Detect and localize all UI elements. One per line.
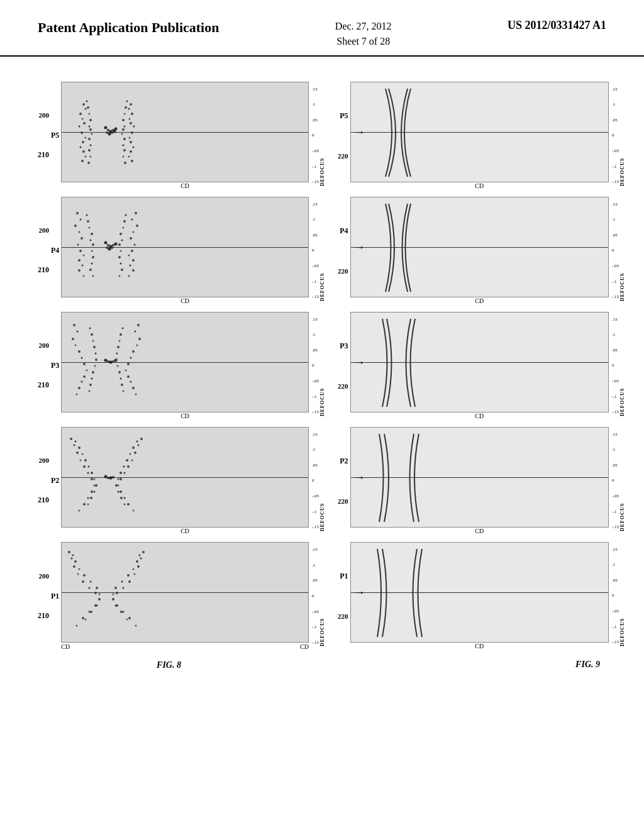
- svg-point-152: [135, 394, 137, 396]
- svg-point-229: [83, 574, 86, 577]
- panel-p1-fig8: 200 210 P1: [38, 542, 325, 650]
- svg-point-232: [99, 594, 101, 595]
- svg-point-252: [127, 574, 130, 577]
- fig8-column: 200 210 P5: [38, 82, 325, 811]
- svg-point-215: [71, 558, 73, 560]
- svg-point-230: [90, 581, 92, 583]
- svg-point-6: [80, 131, 83, 134]
- defocus-label-right-p5: DEFOCUS: [619, 86, 625, 186]
- svg-point-57: [123, 156, 125, 158]
- svg-point-101: [128, 275, 130, 277]
- svg-point-25: [104, 126, 108, 130]
- svg-point-161: [120, 378, 122, 380]
- defocus-label-right-p1: DEFOCUS: [619, 546, 625, 646]
- cd-label-p2-fig8: CD: [61, 528, 309, 534]
- svg-point-234: [96, 605, 98, 607]
- plot-p5-fig9: →: [350, 82, 609, 182]
- tick-values-p4: .15.1.050-.05-.1-.15: [312, 201, 319, 301]
- svg-point-115: [72, 338, 74, 340]
- label-200-p3: 200: [39, 341, 50, 349]
- svg-point-192: [138, 445, 140, 446]
- svg-point-193: [134, 451, 136, 454]
- svg-point-106: [121, 240, 123, 241]
- svg-point-142: [135, 331, 136, 333]
- svg-point-109: [118, 256, 121, 258]
- cd-label-p4-fig9: CD: [350, 297, 609, 304]
- svg-point-42: [130, 141, 132, 143]
- svg-point-53: [121, 133, 123, 135]
- patent-number: US 2012/0331427 A1: [508, 19, 606, 32]
- svg-point-93: [133, 231, 135, 233]
- svg-point-68: [82, 265, 84, 267]
- svg-point-156: [117, 346, 119, 348]
- svg-point-5: [79, 126, 80, 128]
- svg-point-11: [85, 156, 87, 158]
- p2-label-fig9: P2: [340, 456, 348, 466]
- svg-point-257: [115, 605, 117, 607]
- panel-p4-fig8: 200 210 P4: [38, 197, 325, 304]
- svg-point-45: [128, 156, 130, 158]
- p3-label-fig8: P3: [51, 361, 59, 370]
- svg-point-69: [78, 269, 80, 272]
- svg-point-23: [90, 156, 92, 158]
- svg-point-194: [131, 460, 133, 462]
- svg-point-175: [79, 510, 80, 512]
- svg-point-125: [89, 328, 91, 329]
- svg-point-256: [112, 598, 114, 600]
- plot-p2-fig9: →: [350, 427, 609, 528]
- svg-point-196: [124, 472, 126, 474]
- svg-point-216: [73, 565, 75, 568]
- svg-point-181: [91, 472, 93, 474]
- tick-values-right-p1: .15.1.050-.05-.1-.15: [612, 546, 619, 646]
- svg-point-8: [82, 141, 84, 143]
- svg-point-78: [92, 256, 94, 258]
- svg-point-203: [136, 441, 138, 443]
- plot-p3-fig9: →: [350, 312, 609, 412]
- svg-point-112: [119, 275, 121, 277]
- svg-point-24: [87, 162, 90, 164]
- panel-p4-fig9: P4 220 → CD .15.1.050-.0: [338, 197, 625, 304]
- tick-values-p2: .15.1.050-.05-.1-.15: [312, 431, 319, 531]
- svg-point-164: [70, 438, 72, 440]
- svg-point-173: [87, 497, 89, 499]
- svg-point-9: [80, 147, 82, 148]
- svg-point-137: [107, 360, 109, 363]
- svg-point-44: [130, 150, 132, 153]
- svg-point-116: [75, 345, 77, 346]
- svg-point-65: [79, 250, 82, 252]
- svg-point-48: [125, 106, 127, 109]
- svg-point-186: [87, 504, 89, 506]
- svg-point-143: [138, 338, 141, 340]
- svg-point-111: [121, 268, 123, 271]
- svg-point-236: [85, 619, 87, 621]
- panel-p3-fig9: P3 220 → CD .15.1.050-.0: [338, 312, 625, 419]
- label-220-p4: 220: [338, 267, 348, 275]
- svg-point-56: [123, 149, 126, 152]
- svg-point-224: [82, 617, 84, 619]
- svg-point-189: [109, 477, 113, 480]
- tick-values-p3: .15.1.050-.05-.1-.15: [312, 316, 319, 416]
- p4-label-fig8: P4: [51, 246, 59, 255]
- svg-point-148: [125, 370, 127, 372]
- svg-point-141: [137, 324, 140, 326]
- svg-point-195: [127, 465, 130, 468]
- svg-point-50: [122, 119, 125, 121]
- label-200-p2: 200: [39, 456, 50, 464]
- svg-point-88: [108, 248, 111, 251]
- svg-point-226: [72, 555, 74, 556]
- svg-point-253: [121, 581, 123, 583]
- svg-point-41: [129, 137, 131, 139]
- svg-point-259: [126, 619, 128, 621]
- svg-point-197: [119, 478, 122, 480]
- svg-point-72: [87, 220, 89, 223]
- tick-values-p5: .15.1.050-.05-.1-.15: [312, 86, 319, 186]
- svg-point-47: [126, 101, 128, 102]
- svg-point-163: [123, 390, 125, 392]
- svg-point-55: [123, 145, 125, 147]
- label-220-p1: 220: [338, 612, 348, 620]
- svg-point-250: [136, 560, 138, 563]
- svg-point-127: [92, 340, 94, 342]
- svg-point-212: [120, 497, 123, 499]
- svg-point-67: [78, 259, 80, 262]
- panel-p3-fig8: 200 210 P3: [38, 312, 325, 419]
